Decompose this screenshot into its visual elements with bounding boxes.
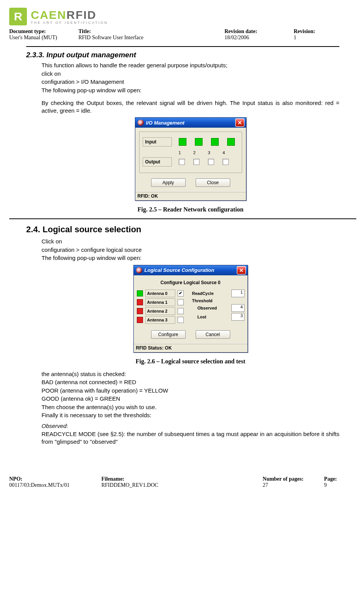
para: Then choose the antenna(s) you wish to u… (42, 403, 339, 411)
para: By checking the Output boxes, the releva… (42, 99, 339, 114)
io-management-dialog: I/O Management ✕ Input 1 (135, 117, 246, 201)
ls-titlebar[interactable]: Logical Source Configuration ✕ (134, 265, 248, 275)
filename-value: RFIDDEMO_REV1.DOC (101, 482, 263, 488)
antenna-2-label: Antenna 2 (145, 307, 175, 315)
antenna-0-checkbox[interactable]: ✔ (178, 290, 184, 296)
title-label: Title: (78, 28, 224, 35)
apply-button[interactable]: Apply (151, 178, 186, 187)
logical-source-dialog: Logical Source Configuration ✕ Configure… (133, 265, 248, 353)
close-button[interactable]: Close (196, 178, 230, 187)
close-icon[interactable]: ✕ (235, 118, 244, 127)
top-rule (26, 46, 339, 47)
para: POOR (antenna with faulty operation) = Y… (42, 387, 339, 395)
observed-label: Observed (198, 306, 217, 310)
io-statusbar: RFID: OK (135, 191, 246, 200)
para: configuration > configure logical source (42, 246, 339, 254)
doc-header-info: Document type: User's Manual (MUT) Title… (9, 28, 355, 41)
doc-type-value: User's Manual (MUT) (9, 35, 78, 41)
readcycle-label: ReadCycle (192, 291, 214, 296)
input-status-4 (227, 138, 235, 146)
output-checkbox-3[interactable] (208, 159, 214, 165)
ls-header: Configure Logical Source 0 (137, 278, 244, 288)
para: READCYCLE MODE (see §2.5): the number of… (42, 430, 339, 445)
numpages-label: Number of pages: (263, 476, 324, 482)
output-checkbox-1[interactable] (179, 159, 185, 165)
input-status-1 (179, 138, 186, 146)
observed-term: Observed (42, 423, 66, 429)
para: configuration > I/O Management (42, 78, 339, 86)
logo-main-b: RFID (66, 8, 96, 21)
close-icon[interactable]: ✕ (237, 266, 246, 275)
output-checkbox-2[interactable] (193, 159, 199, 165)
antenna-0-status (137, 290, 143, 296)
logo-badge: R (9, 8, 27, 25)
para: Finally it is necessary to set the thres… (42, 411, 339, 419)
filename-label: Filename: (101, 476, 263, 482)
antenna-0-label: Antenna 0 (145, 290, 175, 297)
rev-value: 1 (294, 35, 340, 41)
section-24-body: Click on configuration > configure logic… (42, 238, 339, 445)
lost-input[interactable]: 3 (231, 313, 244, 321)
antenna-1-status (137, 299, 143, 305)
para: The following pop-up window will open: (42, 254, 339, 262)
io-titlebar[interactable]: I/O Management ✕ (135, 118, 246, 128)
page-value: 9 (324, 482, 355, 488)
antenna-3-label: Antenna 3 (145, 316, 175, 324)
logo-main-a: CAEN (31, 8, 66, 21)
antenna-3-status (137, 317, 143, 323)
section-233-heading: 2.3.3. Input output management (26, 51, 339, 59)
para: the antenna(s) status is checked: (42, 370, 339, 378)
rev-label: Revision: (294, 28, 340, 35)
threshold-label: Threshold (192, 298, 213, 303)
para: click on (42, 70, 339, 78)
numpages-value: 27 (263, 482, 324, 488)
antenna-1-label: Antenna 1 (145, 298, 175, 306)
input-label: Input (143, 137, 172, 147)
para: GOOD (antenna ok) = GREEN (42, 395, 339, 403)
logo-subtitle: THE ART OF IDENTIFICATION (31, 21, 108, 25)
col-4: 4 (223, 150, 225, 155)
para: This function allows to handle the reade… (42, 62, 339, 69)
antenna-1-checkbox[interactable] (178, 299, 184, 305)
npo-label: NPO: (9, 476, 101, 482)
input-status-3 (211, 138, 219, 146)
page-label: Page: (324, 476, 355, 482)
para-observed-head: Observed: (42, 422, 339, 430)
output-checkbox-4[interactable] (223, 159, 229, 165)
io-title: I/O Management (146, 120, 235, 126)
section-divider (9, 218, 356, 219)
section-233-body: This function allows to handle the reade… (42, 62, 339, 213)
doc-footer-info: NPO: 00117/03:Demox.MUTx/01 Filename: RF… (9, 476, 355, 488)
section-24-heading: 2.4. Logical source selection (26, 225, 339, 235)
col-2: 2 (193, 150, 196, 155)
para: BAD (antenna not connected) = RED (42, 378, 339, 386)
rev-date-value: 18/02/2006 (224, 35, 294, 41)
lost-label: Lost (198, 315, 206, 319)
logo: R CAENRFID THE ART OF IDENTIFICATION (9, 8, 355, 25)
java-icon (138, 120, 144, 126)
antenna-2-status (137, 308, 143, 314)
para: The following pop-up window will open: (42, 87, 339, 94)
para: Click on (42, 238, 339, 245)
readcycle-input[interactable]: 1 (231, 290, 244, 297)
content-area: 2.3.3. Input output management This func… (26, 46, 339, 445)
antenna-3-checkbox[interactable] (178, 317, 184, 323)
output-label: Output (143, 157, 172, 166)
rev-date-label: Revision date: (224, 28, 294, 35)
input-status-2 (195, 138, 203, 146)
col-1: 1 (179, 150, 181, 155)
title-value: RFID Software User Interface (78, 35, 224, 41)
npo-value: 00117/03:Demox.MUTx/01 (9, 482, 101, 488)
antenna-2-checkbox[interactable] (178, 308, 184, 314)
java-icon (136, 267, 142, 273)
fig-26-caption: Fig. 2.6 – Logical source selection and … (42, 358, 339, 365)
configure-button[interactable]: Configure (151, 330, 186, 339)
col-3: 3 (208, 150, 210, 155)
fig-25-caption: Fig. 2.5 – Reader Network configuration (42, 206, 339, 213)
ls-statusbar: RFID Status: OK (134, 343, 248, 352)
ls-title: Logical Source Configuration (145, 267, 237, 273)
doc-type-label: Document type: (9, 28, 78, 35)
cancel-button[interactable]: Cancel (196, 330, 230, 339)
observed-input[interactable]: 4 (231, 304, 244, 312)
